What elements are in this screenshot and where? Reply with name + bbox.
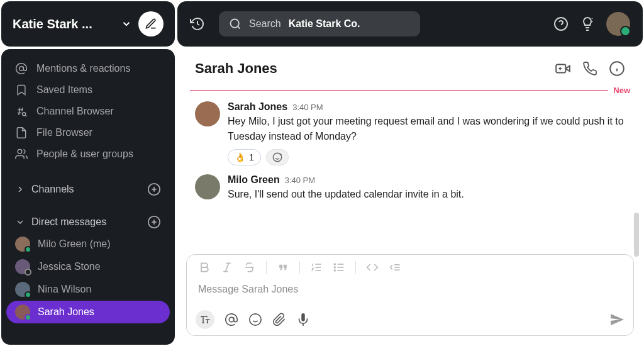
nav-saved[interactable]: Saved Items [6, 79, 170, 101]
dm-label: Nina Wilson [38, 284, 91, 295]
chevron-down-icon[interactable] [121, 18, 132, 30]
reaction[interactable]: 👌 1 [228, 149, 261, 165]
search-query: Katie Stark Co. [289, 18, 360, 30]
composer-placeholder[interactable]: Message Sarah Jones [196, 279, 625, 306]
emoji-button[interactable] [248, 313, 262, 326]
topbar: Search Katie Stark Co. [177, 1, 643, 47]
main-panel: Sarah Jones New [177, 49, 643, 345]
message: Milo Green 3:40 PM Sure, I'll send out t… [195, 174, 625, 202]
svg-point-42 [334, 270, 335, 271]
new-message-divider: New [190, 86, 630, 95]
whats-new-icon[interactable] [580, 16, 595, 31]
message-list: Sarah Jones 3:40 PM Hey Milo, I just got… [177, 98, 643, 250]
format-toggle-button[interactable] [196, 310, 214, 329]
svg-line-15 [238, 26, 240, 29]
svg-line-32 [226, 263, 229, 271]
add-reaction-button[interactable] [266, 149, 289, 165]
add-channel-button[interactable] [147, 182, 161, 196]
nav-file-browser[interactable]: File Browser [6, 122, 170, 143]
emoji-add-icon [272, 152, 283, 163]
svg-point-7 [18, 150, 22, 154]
at-icon [15, 62, 28, 75]
people-icon [15, 148, 28, 160]
search-input[interactable]: Search Katie Stark Co. [219, 11, 420, 36]
nav-label: File Browser [36, 127, 92, 138]
nav-people[interactable]: People & user groups [6, 143, 170, 165]
svg-point-40 [334, 264, 335, 265]
help-icon[interactable] [553, 16, 569, 31]
avatar [15, 259, 30, 274]
dm-item[interactable]: Jessica Stone [6, 255, 170, 278]
italic-button[interactable] [221, 261, 233, 274]
phone-call-button[interactable] [582, 61, 597, 76]
message: Sarah Jones 3:40 PM Hey Milo, I just got… [195, 101, 625, 165]
avatar [15, 282, 30, 297]
message-text: Sure, I'll send out the updated calendar… [228, 187, 464, 202]
code-block-button[interactable] [389, 261, 401, 274]
attach-button[interactable] [272, 313, 286, 326]
dm-item[interactable]: Milo Green (me) [6, 233, 170, 255]
add-dm-button[interactable] [147, 215, 161, 229]
reaction-emoji: 👌 [235, 152, 245, 162]
dm-label: Sarah Jones [38, 306, 94, 318]
nav-mentions[interactable]: Mentions & reactions [6, 58, 170, 79]
message-author[interactable]: Sarah Jones [228, 101, 287, 113]
mic-button[interactable] [296, 313, 310, 326]
message-time: 3:40 PM [292, 103, 323, 112]
search-icon [229, 18, 242, 30]
scrollbar-thumb[interactable] [634, 213, 639, 257]
avatar[interactable] [195, 101, 220, 126]
bookmark-icon [15, 84, 28, 96]
dm-item-active[interactable]: Sarah Jones [6, 301, 170, 323]
nav-label: Saved Items [36, 84, 92, 96]
dm-item[interactable]: Nina Wilson [6, 278, 170, 301]
divider-label: New [608, 86, 630, 95]
chevron-right-icon [15, 184, 25, 194]
search-prefix: Search [249, 18, 281, 30]
message-composer[interactable]: Message Sarah Jones [186, 254, 634, 336]
composer-actions [196, 306, 625, 329]
workspace-header[interactable]: Katie Stark ... [1, 1, 175, 47]
video-call-button[interactable] [555, 60, 571, 77]
channel-header: Sarah Jones [177, 49, 643, 84]
svg-line-3 [19, 108, 20, 115]
chevron-down-icon [15, 217, 25, 227]
send-button[interactable] [609, 312, 625, 327]
avatar [15, 237, 30, 252]
file-icon [15, 126, 28, 139]
code-button[interactable] [366, 261, 379, 274]
quote-button[interactable] [277, 261, 289, 274]
bullet-list-button[interactable] [333, 261, 345, 274]
nav-label: Channel Browser [36, 106, 114, 117]
avatar[interactable] [195, 174, 220, 199]
svg-point-0 [19, 67, 24, 71]
dm-section[interactable]: Direct messages [6, 209, 170, 233]
message-author[interactable]: Milo Green [228, 174, 280, 186]
svg-point-41 [334, 267, 335, 268]
section-label: Direct messages [31, 216, 106, 228]
avatar [15, 304, 30, 320]
nav-label: Mentions & reactions [36, 63, 130, 74]
bold-button[interactable] [198, 261, 211, 274]
sidebar: Mentions & reactions Saved Items Channel… [1, 49, 175, 345]
compose-button[interactable] [138, 11, 164, 36]
strikethrough-button[interactable] [243, 261, 256, 274]
ordered-list-button[interactable] [310, 261, 323, 274]
svg-line-6 [25, 115, 26, 116]
info-button[interactable] [609, 60, 625, 77]
user-avatar[interactable] [606, 12, 630, 36]
message-text: Hey Milo, I just got your meeting reques… [228, 114, 625, 144]
section-label: Channels [31, 184, 74, 195]
nav-label: People & user groups [36, 148, 133, 160]
nav-channel-browser[interactable]: Channel Browser [6, 101, 170, 122]
dm-label: Jessica Stone [38, 261, 101, 272]
svg-point-14 [231, 20, 239, 28]
channels-section[interactable]: Channels [6, 176, 170, 200]
history-icon[interactable] [190, 16, 205, 31]
mention-button[interactable] [225, 313, 238, 326]
channel-name[interactable]: Sarah Jones [195, 60, 543, 77]
hash-search-icon [15, 105, 28, 118]
svg-point-47 [250, 314, 261, 325]
svg-point-46 [229, 317, 233, 321]
dm-label: Milo Green (me) [38, 238, 111, 250]
